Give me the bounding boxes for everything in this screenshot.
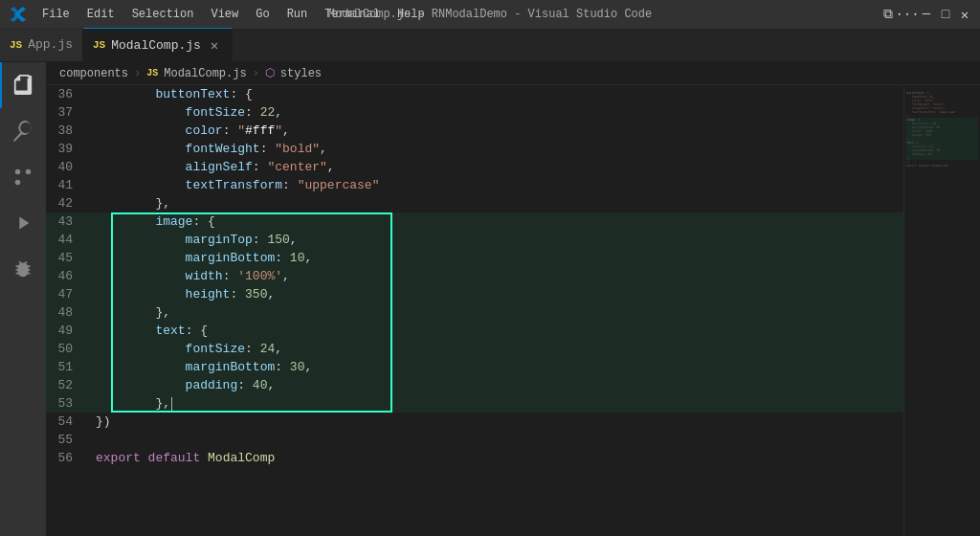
menu-run[interactable]: Run <box>279 6 316 23</box>
table-row: 56 export default ModalComp <box>46 449 903 467</box>
table-row: 41 textTransform: "uppercase" <box>46 176 903 194</box>
table-row: 49 text: { <box>46 322 903 340</box>
split-editor-icon[interactable]: ⧉ <box>882 9 894 20</box>
js-icon: JS <box>93 39 105 51</box>
svg-point-3 <box>26 169 32 175</box>
tab-modal-comp-js-label: ModalComp.js <box>111 38 201 53</box>
code-editor[interactable]: 36 buttonText: { 37 fontSize: 22, 38 col… <box>46 85 903 536</box>
table-row: 44 marginTop: 150, <box>46 231 903 249</box>
svg-point-2 <box>15 180 21 186</box>
js-icon: JS <box>10 39 22 51</box>
tab-app-js[interactable]: JS App.js <box>0 28 83 61</box>
menu-view[interactable]: View <box>203 6 246 23</box>
activity-run-icon[interactable] <box>0 200 46 246</box>
window-controls: ⧉ ··· ─ □ ✕ <box>882 9 970 20</box>
breadcrumb-sep-1: › <box>134 67 141 80</box>
table-row: 38 color: "#fff", <box>46 122 903 140</box>
table-row: 37 fontSize: 22, <box>46 103 903 122</box>
window-title: ModalComp.js - RNModalDemo - Visual Stud… <box>328 8 652 21</box>
breadcrumb-modalcomp: ModalComp.js <box>164 67 246 80</box>
table-row: 45 marginBottom: 10, <box>46 249 903 267</box>
main-layout: components › JS ModalComp.js › ⬡ styles … <box>0 62 980 536</box>
activity-extensions-icon[interactable] <box>0 246 46 292</box>
table-row: 46 width: '100%', <box>46 267 903 285</box>
table-row: 52 padding: 40, <box>46 376 903 394</box>
table-row: 50 fontSize: 24, <box>46 340 903 358</box>
close-tab-icon[interactable]: ✕ <box>207 37 222 53</box>
breadcrumb-sep-2: › <box>253 67 259 80</box>
menu-go[interactable]: Go <box>248 6 277 23</box>
maximize-button[interactable]: □ <box>940 9 951 20</box>
close-button[interactable]: ✕ <box>959 9 970 20</box>
activity-search-icon[interactable] <box>0 108 46 154</box>
table-row: 54 }) <box>46 413 903 431</box>
breadcrumb: components › JS ModalComp.js › ⬡ styles <box>46 62 980 85</box>
breadcrumb-components: components <box>59 67 128 80</box>
title-bar: File Edit Selection View Go Run Terminal… <box>0 0 980 29</box>
table-row: 36 buttonText: { <box>46 85 903 103</box>
table-row: 43 image: { <box>46 212 903 231</box>
svg-point-4 <box>15 169 21 175</box>
menu-file[interactable]: File <box>34 6 78 23</box>
breadcrumb-styles-icon: ⬡ <box>265 66 275 80</box>
menu-edit[interactable]: Edit <box>79 6 122 23</box>
activity-git-icon[interactable] <box>0 154 46 200</box>
table-row: 48 }, <box>46 303 903 322</box>
tab-app-js-label: App.js <box>28 37 73 52</box>
table-row: 47 height: 350, <box>46 285 903 303</box>
more-actions-icon[interactable]: ··· <box>902 9 913 20</box>
minimap-content: buttonText: { fontSize: 22, color: "#fff… <box>904 85 980 536</box>
code-area: 36 buttonText: { 37 fontSize: 22, 38 col… <box>46 85 980 536</box>
breadcrumb-styles: styles <box>280 67 322 80</box>
tab-modal-comp-js[interactable]: JS ModalComp.js ✕ <box>83 28 233 61</box>
table-row: 55 <box>46 431 903 449</box>
tab-bar: JS App.js JS ModalComp.js ✕ <box>0 29 980 62</box>
table-row: 53 }, <box>46 394 903 413</box>
code-lines: 36 buttonText: { 37 fontSize: 22, 38 col… <box>46 85 903 467</box>
minimize-button[interactable]: ─ <box>921 9 932 20</box>
activity-explorer-icon[interactable] <box>0 62 46 108</box>
activity-bar <box>0 62 46 536</box>
menu-selection[interactable]: Selection <box>124 6 202 23</box>
table-row: 51 marginBottom: 30, <box>46 358 903 376</box>
table-row: 39 fontWeight: "bold", <box>46 140 903 158</box>
breadcrumb-js-icon: JS <box>146 68 158 78</box>
table-row: 42 }, <box>46 194 903 212</box>
editor-container: components › JS ModalComp.js › ⬡ styles … <box>46 62 980 536</box>
table-row: 40 alignSelf: "center", <box>46 158 903 176</box>
minimap: buttonText: { fontSize: 22, color: "#fff… <box>903 85 980 536</box>
vscode-logo-icon <box>10 6 27 23</box>
